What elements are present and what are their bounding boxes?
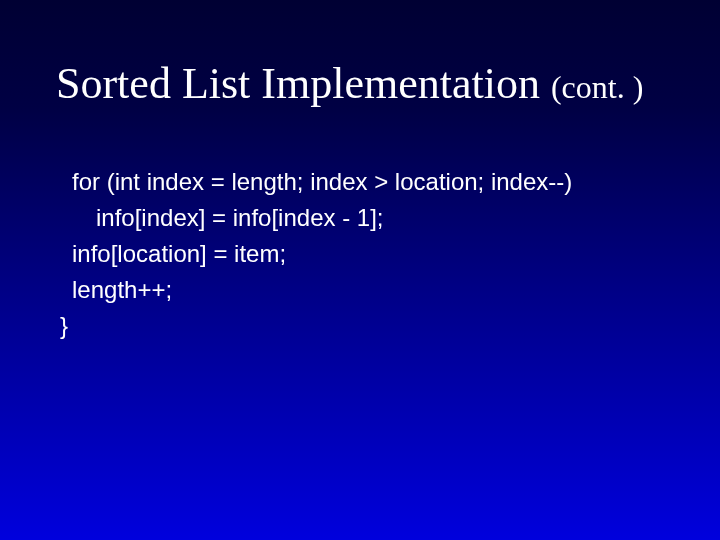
slide-title: Sorted List Implementation (cont. ) bbox=[0, 0, 720, 108]
code-line-4: length++; bbox=[72, 272, 720, 308]
code-block: for (int index = length; index > locatio… bbox=[0, 108, 720, 344]
slide: Sorted List Implementation (cont. ) for … bbox=[0, 0, 720, 540]
code-line-5: } bbox=[60, 308, 720, 344]
code-line-3: info[location] = item; bbox=[72, 236, 720, 272]
title-continuation: (cont. ) bbox=[551, 69, 643, 105]
code-line-2: info[index] = info[index - 1]; bbox=[72, 200, 720, 236]
code-line-1: for (int index = length; index > locatio… bbox=[72, 164, 720, 200]
title-main: Sorted List Implementation bbox=[56, 59, 551, 108]
